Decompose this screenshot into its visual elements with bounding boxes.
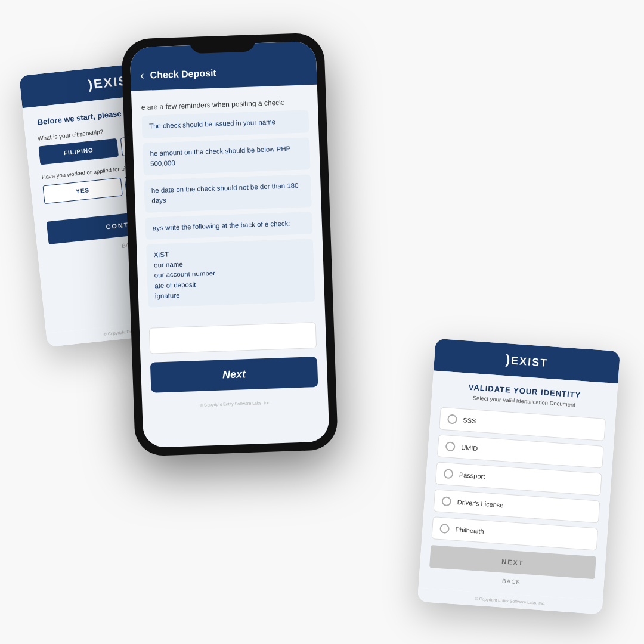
label-drivers-license: Driver's License [457,499,504,509]
radio-sss[interactable] [447,414,457,424]
validate-body: VALIDATE YOUR IDENTITY Select your Valid… [419,371,618,601]
phone-outer: ‹ Check Deposit e are a few reminders wh… [121,32,338,456]
scene: )EXIST Before we start, please select al… [0,0,644,644]
phone-input[interactable] [149,322,317,354]
reminder-1: The check should be issued in your name [141,110,309,138]
next-button[interactable]: Next [150,357,318,393]
radio-passport[interactable] [443,469,453,479]
reminder-4: ays write the following at the back of e… [145,212,312,240]
label-sss: SSS [463,416,476,425]
validate-logo: )EXIST [440,347,614,374]
label-passport: Passport [459,471,485,480]
phone-content: e are a few reminders when positing a ch… [131,85,325,324]
radio-philhealth[interactable] [439,524,450,534]
reminder-2: he amount on the check should be below P… [143,137,311,175]
label-umid: UMID [461,444,478,452]
back-icon[interactable]: ‹ [140,69,144,82]
phone-device: ‹ Check Deposit e are a few reminders wh… [121,32,338,456]
citizenship-filipino-btn[interactable]: FILIPINO [39,138,119,165]
radio-drivers-license[interactable] [441,496,451,506]
work-yes-btn[interactable]: YES [42,178,123,205]
reminder-5: XISTour nameour account numberate of dep… [146,239,315,308]
phone-footer: © Copyright Entity Software Labs, Inc. [142,395,328,413]
radio-umid[interactable] [445,441,456,451]
validate-card: )EXIST VALIDATE YOUR IDENTITY Select you… [417,339,620,615]
phone-notch [190,35,256,54]
label-philhealth: Philhealth [455,526,484,535]
phone-screen: ‹ Check Deposit e are a few reminders wh… [129,41,329,448]
option-philhealth[interactable]: Philhealth [431,516,598,550]
reminder-3: he date on the check should not be der t… [144,174,312,212]
check-deposit-title: Check Deposit [150,67,216,80]
